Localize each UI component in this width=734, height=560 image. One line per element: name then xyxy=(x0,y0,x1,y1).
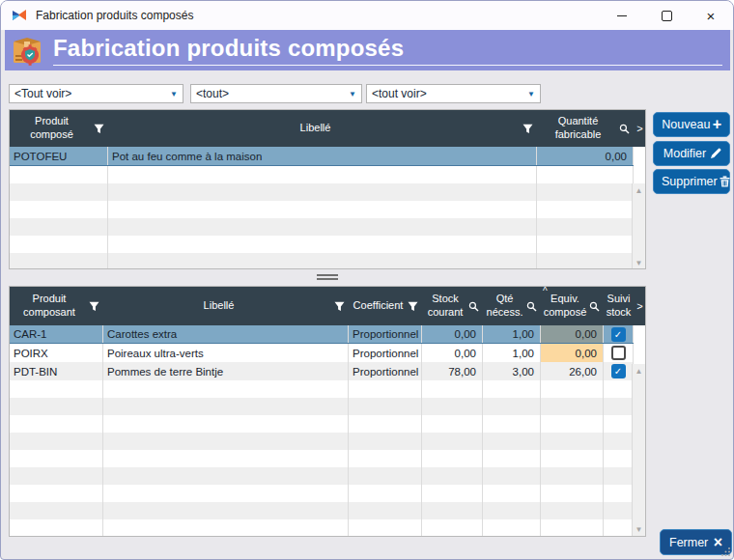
cell-label: Pommes de terre Bintje xyxy=(103,362,349,380)
filter-dropdown-3[interactable]: <tout voir> ▼ xyxy=(366,84,541,103)
column-label: Produit composant xyxy=(10,293,89,320)
column-header-suivi-stock[interactable]: Suivi stock xyxy=(604,287,634,325)
minimize-button[interactable] xyxy=(600,1,644,30)
delete-button[interactable]: Supprimer xyxy=(653,169,730,194)
table-row[interactable] xyxy=(10,519,634,537)
cell-stock: 78,00 xyxy=(422,362,483,380)
scroll-down-icon[interactable]: ▼ xyxy=(635,256,643,269)
close-form-button-label: Fermer xyxy=(669,536,714,549)
cell-stock: 0,00 xyxy=(422,344,483,362)
scroll-right-icon[interactable]: > xyxy=(634,110,646,147)
close-window-button[interactable]: × xyxy=(689,1,733,30)
cell-coefficient: Proportionnel xyxy=(349,344,422,362)
edit-button[interactable]: Modifier xyxy=(653,141,730,166)
title-bar[interactable]: Fabrication produits composés × xyxy=(1,1,733,30)
splitter-handle[interactable] xyxy=(317,274,338,281)
package-gear-icon xyxy=(9,32,45,69)
column-header-produit-composant[interactable]: Produit composant xyxy=(10,287,103,325)
new-button[interactable]: Nouveau + xyxy=(653,112,730,137)
search-icon[interactable] xyxy=(526,301,537,312)
filter-dropdown-1[interactable]: <Tout voir> ▼ xyxy=(9,84,184,103)
table-row[interactable] xyxy=(10,398,634,415)
trash-icon xyxy=(720,176,730,187)
table-row[interactable] xyxy=(10,183,634,201)
cell-code: POIRX xyxy=(10,344,103,362)
table-row[interactable] xyxy=(10,380,634,398)
table-row[interactable] xyxy=(10,201,634,218)
composed-products-rows: POTOFEU Pot au feu comme à la maison 0,0… xyxy=(10,147,645,269)
delete-button-label: Supprimer xyxy=(662,175,718,188)
cell-equiv: 0,00 xyxy=(541,344,604,362)
filter-dropdown-1-value: <Tout voir> xyxy=(10,87,165,100)
column-label: Qté nécess. xyxy=(483,293,526,320)
column-label: Suivi stock xyxy=(604,293,634,320)
scroll-up-icon[interactable]: ▲ xyxy=(635,183,643,198)
column-header-libelle[interactable]: Libellé xyxy=(108,110,537,147)
cell-qty: 0,00 xyxy=(537,147,634,165)
table-row[interactable] xyxy=(10,450,634,467)
column-header-produit-compose[interactable]: Produit composé xyxy=(10,110,108,147)
cell-label: Carottes extra xyxy=(103,325,349,343)
resize-grip[interactable] xyxy=(720,546,731,557)
composed-products-table-header: Produit composé Libellé Quantité fabrica… xyxy=(10,110,646,147)
new-button-label: Nouveau xyxy=(662,118,711,131)
cell-code: POTOFEU xyxy=(10,147,108,165)
table-row[interactable] xyxy=(10,433,634,450)
maximize-button[interactable] xyxy=(644,1,689,30)
search-icon[interactable] xyxy=(468,301,479,312)
column-header-qte-necess[interactable]: Qté nécess. xyxy=(483,287,541,325)
checkbox-unchecked[interactable] xyxy=(611,346,626,360)
vertical-scrollbar[interactable]: ▲ ▼ xyxy=(632,183,645,269)
column-header-stock-courant[interactable]: Stock courant xyxy=(422,287,483,325)
filter-dropdown-3-value: <tout voir> xyxy=(367,87,522,100)
minimize-icon xyxy=(617,15,627,16)
search-icon[interactable] xyxy=(589,301,600,312)
cell-equiv: 0,00 xyxy=(541,325,604,343)
table-row[interactable] xyxy=(10,236,634,253)
column-header-coefficient[interactable]: Coefficient xyxy=(349,287,422,325)
scroll-up-icon[interactable]: ▲ xyxy=(635,364,643,378)
table-row[interactable]: CAR-1 Carottes extra Proportionnel 0,00 … xyxy=(10,325,634,344)
column-header-equiv-compose[interactable]: ^ Equiv. composé xyxy=(541,287,604,325)
column-label: Coefficient xyxy=(349,299,408,313)
page-title: Fabrication produits composés xyxy=(53,35,404,61)
checkbox-checked[interactable]: ✓ xyxy=(611,364,626,378)
filter-icon[interactable] xyxy=(522,124,533,134)
checkbox-checked[interactable]: ✓ xyxy=(611,327,626,342)
filter-dropdown-2[interactable]: <tout> ▼ xyxy=(190,84,362,103)
cell-qty: 3,00 xyxy=(483,362,541,380)
table-row[interactable] xyxy=(10,467,634,485)
close-icon: × xyxy=(707,9,716,23)
table-row[interactable]: POTOFEU Pot au feu comme à la maison 0,0… xyxy=(10,147,634,166)
table-row[interactable]: PDT-BIN Pommes de terre Bintje Proportio… xyxy=(10,362,634,380)
column-label: Libellé xyxy=(103,299,334,313)
column-header-quantite-fabricable[interactable]: Quantité fabricable xyxy=(537,110,634,147)
chevron-down-icon[interactable]: ▼ xyxy=(522,90,540,98)
cell-stock: 0,00 xyxy=(422,325,483,343)
cell-qty: 1,00 xyxy=(483,325,541,343)
chevron-down-icon[interactable]: ▼ xyxy=(165,90,183,98)
table-row[interactable] xyxy=(10,166,634,183)
vertical-scrollbar[interactable]: ▲ ▼ xyxy=(632,364,645,537)
table-row[interactable] xyxy=(10,415,634,433)
scroll-right-icon[interactable]: > xyxy=(634,287,646,325)
search-icon[interactable] xyxy=(619,124,630,134)
column-label: Stock courant xyxy=(422,293,468,320)
column-header-libelle[interactable]: Libellé xyxy=(103,287,349,325)
filter-icon[interactable] xyxy=(94,124,104,134)
table-row[interactable] xyxy=(10,253,634,269)
scroll-down-icon[interactable]: ▼ xyxy=(635,522,643,537)
check-icon: ✓ xyxy=(614,329,622,340)
filter-icon[interactable] xyxy=(408,301,418,312)
edit-button-label: Modifier xyxy=(662,147,708,160)
table-row[interactable] xyxy=(10,218,634,236)
column-label: Quantité fabricable xyxy=(537,115,619,142)
cell-qty: 1,00 xyxy=(483,344,541,362)
table-row[interactable] xyxy=(10,502,634,519)
table-row[interactable] xyxy=(10,485,634,502)
chevron-down-icon[interactable]: ▼ xyxy=(344,90,361,98)
composed-products-table: Produit composé Libellé Quantité fabrica… xyxy=(9,109,646,269)
filter-icon[interactable] xyxy=(89,301,99,312)
filter-icon[interactable] xyxy=(334,301,345,312)
table-row[interactable]: POIRX Poireaux ultra-verts Proportionnel… xyxy=(10,344,634,362)
